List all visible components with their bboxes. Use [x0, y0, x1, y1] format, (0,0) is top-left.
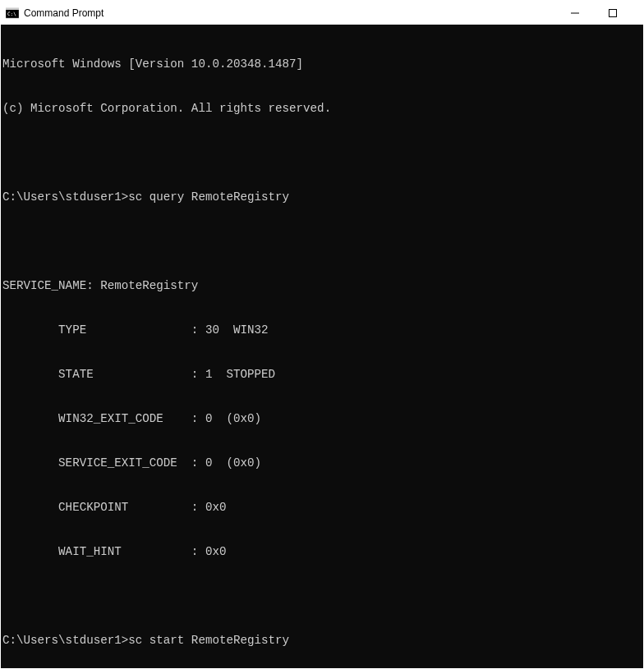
terminal-line: WIN32_EXIT_CODE : 0 (0x0): [2, 411, 642, 426]
terminal-line: [2, 589, 642, 603]
close-button[interactable]: [632, 1, 640, 25]
terminal-line: CHECKPOINT : 0x0: [2, 500, 642, 515]
cmd-icon: C:\: [6, 7, 19, 20]
terminal-line: [2, 234, 642, 249]
terminal-line: TYPE : 30 WIN32: [2, 323, 642, 337]
terminal-line: STATE : 1 STOPPED: [2, 367, 642, 382]
terminal-line: C:\Users\stduser1>sc query RemoteRegistr…: [2, 190, 642, 204]
svg-text:C:\: C:\: [7, 11, 16, 16]
terminal-line: [2, 145, 642, 160]
terminal-line: Microsoft Windows [Version 10.0.20348.14…: [2, 57, 642, 71]
terminal-line: WAIT_HINT : 0x0: [2, 544, 642, 559]
terminal-line: SERVICE_NAME: RemoteRegistry: [2, 278, 642, 293]
window-titlebar[interactable]: C:\ Command Prompt: [1, 1, 643, 25]
terminal-line: C:\Users\stduser1>sc start RemoteRegistr…: [2, 633, 642, 648]
svg-rect-1: [6, 8, 19, 10]
window-controls: [556, 1, 643, 25]
terminal-line: SERVICE_EXIT_CODE : 0 (0x0): [2, 456, 642, 470]
terminal-output[interactable]: Microsoft Windows [Version 10.0.20348.14…: [1, 25, 643, 668]
terminal-line: (c) Microsoft Corporation. All rights re…: [2, 101, 642, 116]
svg-rect-4: [610, 9, 617, 16]
maximize-button[interactable]: [594, 1, 632, 25]
window-title: Command Prompt: [24, 7, 556, 19]
minimize-button[interactable]: [556, 1, 594, 25]
